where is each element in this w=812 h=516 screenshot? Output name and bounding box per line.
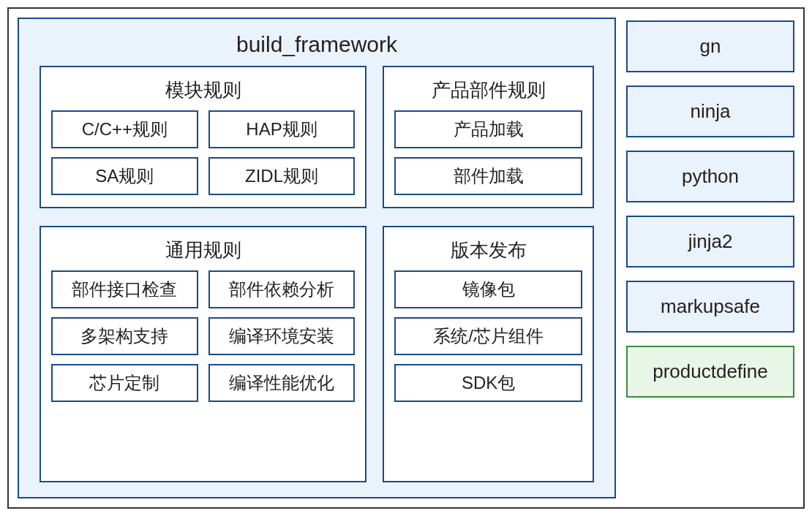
section-title: 版本发布 <box>394 235 582 270</box>
item-interface-check: 部件接口检查 <box>51 270 198 308</box>
item-env-install: 编译环境安装 <box>208 317 356 355</box>
side-item-ninja: ninja <box>626 86 794 137</box>
item-product-load: 产品加载 <box>394 110 582 148</box>
left-column: build_framework 模块规则 C/C++规则 HAP规则 SA规则 … <box>18 18 616 498</box>
items-grid: 产品加载 部件加载 <box>394 110 582 195</box>
side-item-productdefine: productdefine <box>626 346 794 398</box>
item-zidl-rules: ZIDL规则 <box>208 157 356 195</box>
section-module-rules: 模块规则 C/C++规则 HAP规则 SA规则 ZIDL规则 <box>40 66 366 208</box>
item-multiarch: 多架构支持 <box>51 317 198 355</box>
item-sdk-pkg: SDK包 <box>394 364 582 402</box>
section-title: 产品部件规则 <box>394 75 582 110</box>
section-version-release: 版本发布 镜像包 系统/芯片组件 SDK包 <box>383 226 594 482</box>
section-general-rules: 通用规则 部件接口检查 部件依赖分析 多架构支持 编译环境安装 芯片定制 编译性… <box>40 226 366 482</box>
build-framework-box: build_framework 模块规则 C/C++规则 HAP规则 SA规则 … <box>18 18 616 498</box>
items-grid: C/C++规则 HAP规则 SA规则 ZIDL规则 <box>51 110 355 195</box>
side-item-gn: gn <box>626 20 794 72</box>
item-component-load: 部件加载 <box>394 157 582 195</box>
diagram-container: build_framework 模块规则 C/C++规则 HAP规则 SA规则 … <box>7 7 805 509</box>
item-chip-custom: 芯片定制 <box>51 364 198 402</box>
right-column: gn ninja python jinja2 markupsafe produc… <box>626 18 794 498</box>
item-sys-chip-comp: 系统/芯片组件 <box>394 317 582 355</box>
item-perf-opt: 编译性能优化 <box>208 364 356 402</box>
section-title: 模块规则 <box>51 75 355 110</box>
item-hap-rules: HAP规则 <box>208 110 356 148</box>
framework-title: build_framework <box>40 28 594 66</box>
section-product-rules: 产品部件规则 产品加载 部件加载 <box>383 66 594 208</box>
side-item-jinja2: jinja2 <box>626 216 794 268</box>
items-grid: 镜像包 系统/芯片组件 SDK包 <box>394 270 582 402</box>
section-title: 通用规则 <box>51 235 355 270</box>
items-grid: 部件接口检查 部件依赖分析 多架构支持 编译环境安装 芯片定制 编译性能优化 <box>51 270 355 402</box>
item-dep-analysis: 部件依赖分析 <box>208 270 356 308</box>
side-item-markupsafe: markupsafe <box>626 281 794 333</box>
side-item-python: python <box>626 151 794 202</box>
sections-grid: 模块规则 C/C++规则 HAP规则 SA规则 ZIDL规则 产品部件规则 产品… <box>40 66 594 482</box>
item-image-pkg: 镜像包 <box>394 270 582 308</box>
item-sa-rules: SA规则 <box>51 157 198 195</box>
item-cpp-rules: C/C++规则 <box>51 110 198 148</box>
